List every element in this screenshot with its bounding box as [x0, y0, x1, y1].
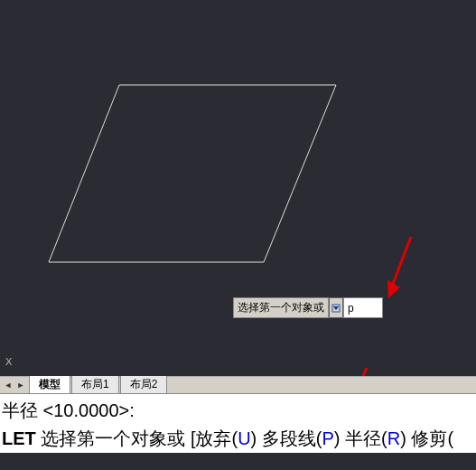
command-history-line: 半径 <10.0000>:: [0, 394, 476, 425]
radius-value: <10.0000>: [43, 400, 130, 420]
dynamic-input-tooltip: 选择第一个对象或: [233, 297, 383, 318]
ucs-x-label: X: [5, 356, 12, 367]
opt-polyline-label: 多段线: [262, 428, 316, 448]
dynamic-input-prompt: 选择第一个对象或: [233, 297, 329, 318]
tab-next-icon[interactable]: ►: [14, 379, 27, 391]
opt-radius-key[interactable]: R: [387, 428, 400, 448]
radius-label: 半径: [2, 400, 38, 420]
layout-tab-bar: ◄ ► 模型 布局1 布局2: [0, 376, 476, 394]
opt-radius-label: 半径: [345, 428, 381, 448]
cad-drawing-viewport[interactable]: X 选择第一个对象或: [0, 0, 476, 376]
cmd-prefix: LET: [2, 428, 36, 448]
opt-undo-label: 放弃: [195, 428, 231, 448]
colon: :: [129, 400, 135, 420]
svg-line-1: [393, 237, 411, 284]
tab-layout1[interactable]: 布局1: [71, 376, 119, 394]
tab-nav-arrows: ◄ ►: [0, 379, 29, 391]
tab-prev-icon[interactable]: ◄: [2, 379, 14, 391]
dropdown-icon[interactable]: [329, 297, 343, 318]
opt-undo-key[interactable]: U: [238, 428, 250, 448]
dynamic-input-field[interactable]: [343, 297, 383, 318]
tab-layout2[interactable]: 布局2: [120, 376, 168, 394]
opt-polyline-key[interactable]: P: [322, 428, 334, 448]
annotation-arrow-1: [384, 233, 420, 302]
opt-trim-label: 修剪: [411, 428, 447, 448]
svg-marker-0: [49, 85, 336, 262]
cmd-select-prompt: 选择第一个对象或: [41, 428, 185, 448]
command-window[interactable]: 半径 <10.0000>: LET 选择第一个对象或 [放弃(U) 多段线(P)…: [0, 394, 476, 453]
tab-model[interactable]: 模型: [29, 376, 70, 394]
command-prompt-line[interactable]: LET 选择第一个对象或 [放弃(U) 多段线(P) 半径(R) 修剪(: [0, 425, 476, 453]
parallelogram-shape: [47, 83, 338, 264]
